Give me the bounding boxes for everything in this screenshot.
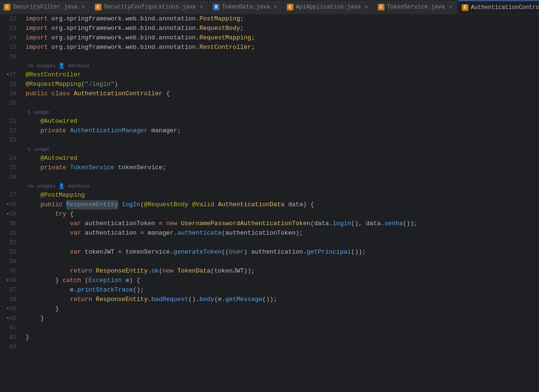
code-line-16 xyxy=(26,52,531,62)
code-line-34 xyxy=(26,257,531,266)
tab-security-configurations[interactable]: C SecurityConfigurations.java × xyxy=(91,0,209,14)
line-number-13: 13 xyxy=(9,24,16,33)
tab-token-data[interactable]: R TokenData.java × xyxy=(209,0,283,14)
tab-icon-authentication-controller: C xyxy=(462,4,468,11)
line-number-19: 19 xyxy=(9,89,16,99)
line-number-14: 14 xyxy=(9,33,16,43)
line-number-35: 35 xyxy=(9,266,16,276)
tab-icon-security-configurations: C xyxy=(95,4,101,10)
tab-label-token-data: TokenData.java xyxy=(222,4,270,10)
code-line-31: var authentication = manager.authenticat… xyxy=(26,228,531,238)
code-line-33: var tokenJWT = tokenService.generateToke… xyxy=(26,247,531,257)
code-line-12: import org.springframework.web.bind.anno… xyxy=(26,14,531,24)
code-line-26 xyxy=(26,173,531,182)
code-line-42: } xyxy=(26,333,531,342)
code-line-21: @Autowired xyxy=(26,117,531,126)
hint-author-27: matheus xyxy=(68,182,90,191)
line-number-17: 17 xyxy=(9,70,16,80)
line-number-gutter: 12 13 14 15 16 ▾ 17 18 19 20 21 22 23 24… xyxy=(0,14,24,392)
code-line-30: var authenticationToken = new UsernamePa… xyxy=(26,219,531,228)
tab-api-application[interactable]: C ApiApplication.java × xyxy=(283,0,374,14)
tab-close-security-configurations[interactable]: × xyxy=(198,4,205,10)
tab-icon-token-service: C xyxy=(378,4,384,10)
line-number-21: 21 xyxy=(9,117,16,126)
tab-bar: C SecurityFilter.java × C SecurityConfig… xyxy=(0,0,539,14)
line-number-31: 31 xyxy=(9,228,16,238)
gutter-line-13: 13 xyxy=(0,24,20,33)
line-number-40: 40 xyxy=(9,314,16,323)
tab-label-security-configurations: SecurityConfigurations.java xyxy=(104,4,196,10)
gutter-line-20: 20 xyxy=(0,99,20,108)
hint-text-1-usage-21: 1 usage xyxy=(27,108,49,117)
gutter-line-24: 24 xyxy=(0,154,20,163)
line-number-15: 15 xyxy=(9,43,16,52)
gutter-line-28: ▾ 28 xyxy=(0,200,20,210)
line-number-39: 39 xyxy=(9,304,16,314)
hint-person-icon-27: 👤 xyxy=(58,182,65,191)
code-line-43 xyxy=(26,342,531,352)
line-number-24: 24 xyxy=(9,154,16,163)
code-editor[interactable]: import org.springframework.web.bind.anno… xyxy=(24,14,539,392)
tab-token-service[interactable]: C TokenService.java × xyxy=(374,0,458,14)
tab-close-token-data[interactable]: × xyxy=(272,4,279,10)
code-line-13: import org.springframework.web.bind.anno… xyxy=(26,24,531,33)
gutter-hint-24 xyxy=(0,145,20,154)
code-line-27: @PostMapping xyxy=(26,191,531,200)
tab-close-security-filter[interactable]: × xyxy=(80,4,87,10)
hint-1-usage-24: 1 usage xyxy=(26,145,531,154)
code-line-39: } xyxy=(26,304,531,314)
code-line-18: @RequestMapping("/login") xyxy=(26,80,531,89)
line-number-36: 36 xyxy=(9,276,16,285)
gutter-line-40: ▾ 40 xyxy=(0,314,20,323)
line-number-27: 27 xyxy=(9,191,16,200)
gutter-line-36: ▾ 36 xyxy=(0,276,20,285)
line-number-16: 16 xyxy=(9,52,16,62)
gutter-line-35: 35 xyxy=(0,266,20,276)
gutter-line-21: 21 xyxy=(0,117,20,126)
tab-close-api-application[interactable]: × xyxy=(363,4,370,10)
gutter-line-15: 15 xyxy=(0,43,20,52)
line-number-33: 33 xyxy=(9,247,16,257)
hint-text-no-usages-27: no usages xyxy=(27,182,55,191)
gutter-line-42: 42 xyxy=(0,333,20,342)
editor-area: 12 13 14 15 16 ▾ 17 18 19 20 21 22 23 24… xyxy=(0,14,539,392)
gutter-hint-17 xyxy=(0,62,20,70)
gutter-line-17: ▾ 17 xyxy=(0,70,20,80)
code-line-19: public class AuthenticationController { xyxy=(26,89,531,99)
code-line-25: private TokenService tokenService; xyxy=(26,163,531,173)
gutter-line-26: 26 xyxy=(0,173,20,182)
tab-label-security-filter: SecurityFilter.java xyxy=(13,4,78,10)
gutter-line-37: 37 xyxy=(0,285,20,295)
gutter-line-41: 41 xyxy=(0,323,20,333)
code-line-17: @RestController xyxy=(26,70,531,80)
code-line-22: private AuthenticationManager manager; xyxy=(26,126,531,136)
line-number-20: 20 xyxy=(9,99,16,108)
gutter-line-14: 14 xyxy=(0,33,20,43)
line-number-32: 32 xyxy=(9,238,16,247)
code-line-24: @Autowired xyxy=(26,154,531,163)
code-line-37: e.printStackTrace(); xyxy=(26,285,531,295)
line-number-26: 26 xyxy=(9,173,16,182)
tab-security-filter[interactable]: C SecurityFilter.java × xyxy=(0,0,91,14)
code-line-32 xyxy=(26,238,531,247)
code-line-14: import org.springframework.web.bind.anno… xyxy=(26,33,531,43)
code-line-36: } catch (Exception e) { xyxy=(26,276,531,285)
gutter-line-32: 32 xyxy=(0,238,20,247)
line-number-41: 41 xyxy=(9,323,16,333)
gutter-line-18: 18 xyxy=(0,80,20,89)
line-number-12: 12 xyxy=(9,14,16,24)
code-line-28: public ResponseEntity logIn(@RequestBody… xyxy=(26,200,531,210)
tab-authentication-controller[interactable]: C AuthenticationController.java × xyxy=(458,0,539,14)
gutter-line-30: 30 xyxy=(0,219,20,228)
line-number-34: 34 xyxy=(9,257,16,266)
tab-icon-token-data: R xyxy=(213,4,219,10)
tab-label-token-service: TokenService.java xyxy=(387,4,445,10)
hint-1-usage-21: 1 usage xyxy=(26,108,531,117)
tab-label-api-application: ApiApplication.java xyxy=(296,4,361,10)
code-line-38: return ResponseEntity.badRequest().body(… xyxy=(26,295,531,304)
tab-icon-api-application: C xyxy=(287,4,293,10)
hint-text-no-usages-17: no usages xyxy=(27,62,55,70)
line-number-37: 37 xyxy=(9,285,16,295)
gutter-line-43: 43 xyxy=(0,342,20,352)
tab-close-token-service[interactable]: × xyxy=(447,4,454,10)
